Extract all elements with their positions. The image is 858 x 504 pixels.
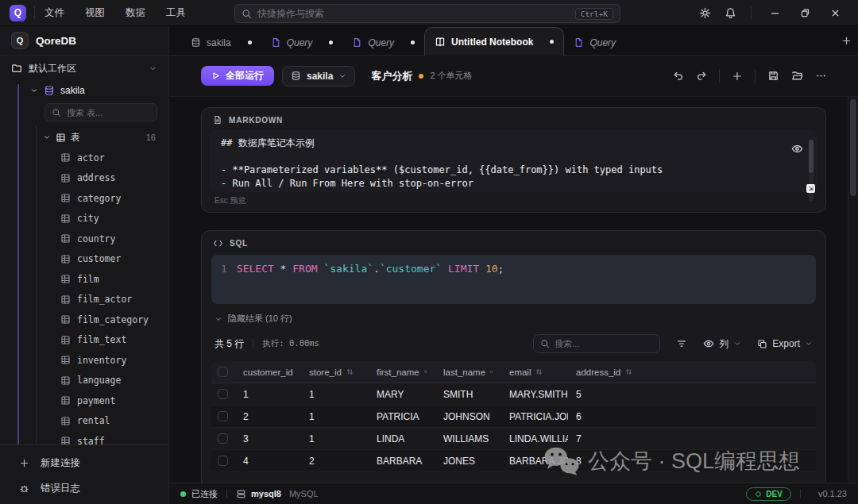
cell-first-name: MARY: [369, 389, 435, 400]
window-restore-button[interactable]: [791, 3, 818, 22]
scrollbar-thumb[interactable]: [850, 99, 856, 196]
select-all-checkbox[interactable]: [218, 367, 228, 377]
table-list-item[interactable]: customer: [0, 249, 168, 270]
filter-icon: [676, 338, 687, 349]
new-connection-button[interactable]: 新建连接: [0, 450, 168, 475]
divider: [253, 338, 253, 349]
row-count: 共 5 行: [214, 337, 244, 351]
table-row[interactable]: 3 1 LINDA WILLIAMS LINDA.WILLIAMS... 7: [211, 428, 816, 450]
connection-info[interactable]: mysql8 MySQL: [236, 489, 319, 499]
sort-icon[interactable]: [346, 367, 354, 376]
table-list-item[interactable]: film: [0, 269, 168, 290]
menu-view[interactable]: 视图: [85, 3, 105, 23]
column-header[interactable]: last_name: [435, 367, 501, 377]
column-header[interactable]: customer_id: [235, 367, 301, 377]
table-row[interactable]: 2 1 PATRICIA JOHNSON PATRICIA.JOHNSO... …: [211, 406, 816, 428]
add-cell-button[interactable]: [725, 66, 749, 87]
table-list-item[interactable]: staff: [0, 431, 168, 444]
scrollbar-thumb[interactable]: [809, 140, 814, 173]
table-row[interactable]: 1 1 MARY SMITH MARY.SMITH@sak... 5: [211, 383, 816, 406]
sort-icon[interactable]: [624, 367, 633, 376]
table-list-item[interactable]: language: [0, 371, 168, 391]
results-search-input[interactable]: [555, 339, 653, 348]
menu-tools[interactable]: 工具: [166, 3, 186, 23]
env-badge[interactable]: DEV: [746, 487, 791, 501]
menu-data[interactable]: 数据: [126, 3, 145, 23]
row-checkbox[interactable]: [218, 456, 228, 466]
row-checkbox[interactable]: [218, 411, 228, 421]
sort-icon[interactable]: [423, 367, 427, 376]
app-logo-icon: Q: [10, 5, 26, 21]
table-list-item[interactable]: actor: [0, 148, 168, 168]
error-log-button[interactable]: 错误日志: [0, 475, 168, 501]
tab-query-2[interactable]: Query: [342, 30, 424, 55]
table-search[interactable]: [44, 103, 157, 121]
table-list-item[interactable]: category: [0, 188, 168, 209]
window-close-button[interactable]: [821, 3, 848, 22]
sql-token: `sakila`: [323, 263, 373, 275]
column-header[interactable]: store_id: [301, 367, 369, 377]
tree-node-sakila[interactable]: sakila: [0, 81, 168, 100]
table-list-item[interactable]: country: [0, 229, 168, 249]
workspace-selector[interactable]: 默认工作区: [0, 56, 168, 81]
resize-handle[interactable]: ⇲: [806, 184, 815, 193]
global-search[interactable]: Ctrl+K: [234, 4, 620, 23]
tab-query-1[interactable]: Query: [261, 30, 343, 55]
undo-icon: [672, 70, 684, 82]
table-list-item[interactable]: rental: [0, 411, 168, 432]
column-header[interactable]: first_name: [369, 367, 435, 377]
tab-untitled-notebook[interactable]: Untitled Notebook: [424, 27, 564, 56]
tab-sakila[interactable]: sakila: [181, 30, 261, 55]
run-all-button[interactable]: 全部运行: [201, 66, 274, 86]
more-options-button[interactable]: [809, 66, 833, 87]
settings-button[interactable]: [694, 3, 716, 22]
row-checkbox[interactable]: [218, 389, 228, 399]
global-search-input[interactable]: [257, 8, 570, 19]
table-name: film_category: [77, 314, 149, 325]
open-button[interactable]: [785, 66, 809, 87]
table-list-item[interactable]: film_actor: [0, 290, 168, 310]
column-header[interactable]: email: [501, 367, 568, 377]
eye-icon: [791, 143, 803, 155]
menu-file[interactable]: 文件: [44, 3, 64, 23]
notebook-title[interactable]: 客户分析: [371, 69, 412, 83]
sql-editor[interactable]: 1 SELECT * FROM `sakila`.`customer` LIMI…: [211, 255, 816, 304]
connection-selector[interactable]: sakila: [282, 66, 355, 87]
table-list-item[interactable]: address: [0, 168, 168, 189]
table-row[interactable]: 4 2 BARBARA JONES BARBARA.JONES... 8: [211, 450, 816, 472]
tab-query-3[interactable]: Query: [564, 30, 625, 55]
table-list-item[interactable]: payment: [0, 391, 168, 411]
column-header[interactable]: address_id: [568, 367, 816, 377]
bell-icon: [725, 7, 736, 19]
undo-button[interactable]: [666, 66, 690, 87]
workspace-label: 默认工作区: [29, 62, 76, 75]
export-button[interactable]: Export: [757, 338, 813, 349]
markdown-editor[interactable]: ## 数据库笔记本示例 - **Parameterized variables*…: [210, 129, 817, 192]
window-minimize-button[interactable]: [761, 3, 788, 22]
preview-toggle-button[interactable]: [791, 143, 803, 155]
line-number: 1: [221, 261, 227, 298]
new-tab-button[interactable]: [834, 30, 858, 51]
row-checkbox[interactable]: [218, 433, 228, 444]
table-list-item[interactable]: film_text: [0, 330, 168, 351]
table-list-item[interactable]: inventory: [0, 350, 168, 371]
table-search-input[interactable]: [67, 108, 150, 117]
tables-group[interactable]: 表 16: [0, 127, 168, 148]
table-list-item[interactable]: film_category: [0, 310, 168, 330]
table-list-item[interactable]: city: [0, 209, 168, 229]
columns-button[interactable]: 列: [703, 337, 741, 351]
filter-button[interactable]: [676, 338, 687, 349]
sort-icon[interactable]: [535, 367, 543, 376]
env-dot-icon: [755, 491, 762, 498]
main-scrollbar[interactable]: [848, 97, 858, 483]
sort-icon[interactable]: [489, 367, 493, 376]
notifications-button[interactable]: [719, 3, 741, 22]
results-search[interactable]: [533, 334, 660, 353]
sql-token: *: [274, 263, 292, 275]
results-toggle[interactable]: 隐藏结果 (10 行): [214, 313, 813, 325]
save-button[interactable]: [761, 66, 785, 87]
redo-button[interactable]: [690, 66, 713, 87]
plus-icon: [732, 71, 743, 82]
cell-customer-id: 3: [235, 433, 301, 444]
sql-token: SELECT: [237, 263, 274, 275]
